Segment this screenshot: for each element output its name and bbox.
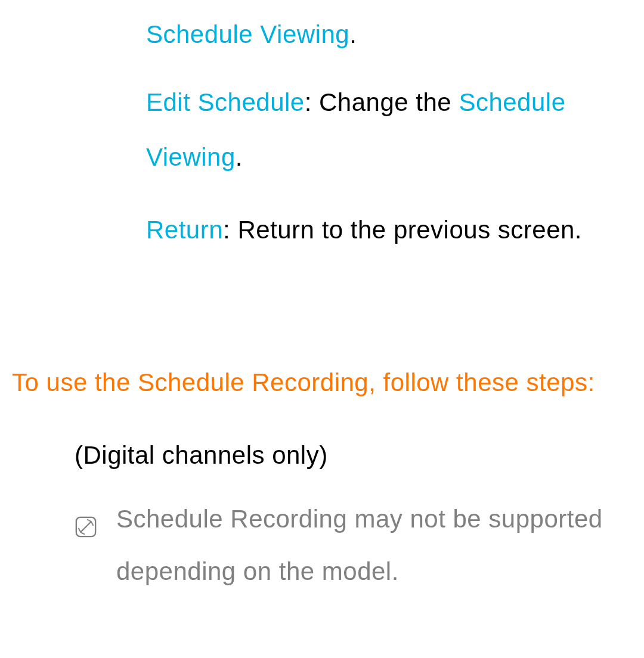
period: . (236, 143, 243, 171)
schedule-viewing-term: Schedule Viewing (146, 20, 349, 48)
edit-schedule-line: Edit Schedule: Change the Schedule Viewi… (12, 75, 632, 185)
model-support-text: Schedule Recording may not be supported … (116, 493, 614, 598)
svg-line-1 (80, 521, 92, 532)
period: . (349, 20, 357, 48)
edit-schedule-term: Edit Schedule (146, 88, 305, 116)
return-line: Return: Return to the previous screen. (12, 203, 632, 257)
schedule-viewing-line: Schedule Viewing. (12, 12, 632, 57)
schedule-recording-heading: To use the Schedule Recording, follow th… (12, 356, 632, 409)
colon: : (223, 216, 237, 244)
digital-channels-note: (Digital channels only) (12, 433, 632, 478)
edit-schedule-desc-pre: Change the (319, 88, 459, 116)
colon: : (305, 88, 319, 116)
return-term: Return (146, 216, 223, 244)
model-support-note: Schedule Recording may not be supported … (12, 493, 632, 598)
return-desc: Return to the previous screen. (237, 216, 582, 244)
note-icon (75, 504, 97, 556)
